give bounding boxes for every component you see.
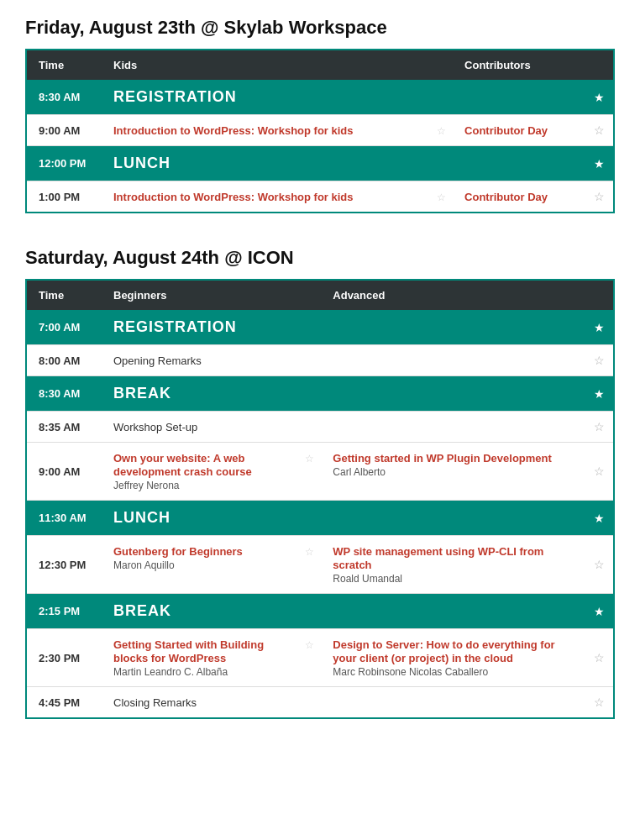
star-800[interactable]: ☆ bbox=[585, 345, 614, 376]
friday-col-contributors: Contributors bbox=[453, 50, 585, 80]
event-break1: BREAK bbox=[102, 376, 585, 412]
time-215pm: 2:15 PM bbox=[26, 594, 102, 629]
saturday-col-advanced: Advanced bbox=[321, 280, 585, 310]
star-100-friday[interactable]: ☆ bbox=[585, 181, 614, 213]
saturday-col-time: Time bbox=[26, 280, 102, 310]
star-900-friday[interactable]: ☆ bbox=[585, 115, 614, 146]
event-lunch-friday: LUNCH bbox=[102, 146, 585, 181]
star-835[interactable]: ☆ bbox=[585, 412, 614, 443]
advanced-event-445 bbox=[321, 687, 585, 719]
advanced-event-900: Getting started in WP Plugin Development… bbox=[321, 443, 585, 501]
saturday-row-900: 9:00 AM Own your website: A web developm… bbox=[26, 443, 614, 501]
sep-100-friday: ☆ bbox=[429, 181, 453, 213]
time-1200pm-friday: 12:00 PM bbox=[26, 146, 102, 181]
saturday-row-445: 4:45 PM Closing Remarks ☆ bbox=[26, 687, 614, 719]
saturday-col-star bbox=[585, 280, 614, 310]
time-445pm: 4:45 PM bbox=[26, 687, 102, 719]
sep-900-friday: ☆ bbox=[429, 115, 453, 146]
sep-1230: ☆ bbox=[297, 536, 321, 594]
beginners-event-900: Own your website: A web development cras… bbox=[102, 443, 297, 501]
friday-row-registration: 8:30 AM REGISTRATION ★ bbox=[26, 80, 614, 115]
saturday-row-break1: 8:30 AM BREAK ★ bbox=[26, 376, 614, 412]
beginners-event-1230: Gutenberg for Beginners Maron Aquillo bbox=[102, 536, 297, 594]
friday-row-lunch: 12:00 PM LUNCH ★ bbox=[26, 146, 614, 181]
saturday-row-800: 8:00 AM Opening Remarks ☆ bbox=[26, 345, 614, 376]
time-100pm-friday: 1:00 PM bbox=[26, 181, 102, 213]
friday-col-time: Time bbox=[26, 50, 102, 80]
saturday-row-835: 8:35 AM Workshop Set-up ☆ bbox=[26, 412, 614, 443]
saturday-col-sep bbox=[297, 280, 321, 310]
kids-event-100: Introduction to WordPress: Workshop for … bbox=[102, 181, 429, 213]
kids-event-900: Introduction to WordPress: Workshop for … bbox=[102, 115, 429, 146]
star-lunch-friday[interactable]: ★ bbox=[585, 146, 614, 181]
beginners-event-800: Opening Remarks bbox=[102, 345, 297, 376]
saturday-row-break2: 2:15 PM BREAK ★ bbox=[26, 594, 614, 629]
beginners-event-445: Closing Remarks bbox=[102, 687, 297, 719]
event-registration-saturday: REGISTRATION bbox=[102, 310, 585, 345]
time-230pm: 2:30 PM bbox=[26, 629, 102, 687]
saturday-title: Saturday, August 24th @ ICON bbox=[25, 247, 615, 269]
beginners-event-230: Getting Started with Building blocks for… bbox=[102, 629, 297, 687]
time-830am-friday: 8:30 AM bbox=[26, 80, 102, 115]
time-830am-sat: 8:30 AM bbox=[26, 376, 102, 412]
friday-title: Friday, August 23th @ Skylab Workspace bbox=[25, 17, 615, 39]
time-835am: 8:35 AM bbox=[26, 412, 102, 443]
saturday-col-beginners: Beginners bbox=[102, 280, 297, 310]
saturday-row-1230: 12:30 PM Gutenberg for Beginners Maron A… bbox=[26, 536, 614, 594]
time-800am: 8:00 AM bbox=[26, 345, 102, 376]
sep-445 bbox=[297, 687, 321, 719]
star-445[interactable]: ☆ bbox=[585, 687, 614, 719]
sep-230: ☆ bbox=[297, 629, 321, 687]
star-1230[interactable]: ☆ bbox=[585, 536, 614, 594]
friday-row-100: 1:00 PM Introduction to WordPress: Works… bbox=[26, 181, 614, 213]
event-lunch-saturday: LUNCH bbox=[102, 501, 585, 536]
contributors-event-100: Contributor Day bbox=[453, 181, 585, 213]
beginners-event-835: Workshop Set-up bbox=[102, 412, 297, 443]
friday-section: Friday, August 23th @ Skylab Workspace T… bbox=[25, 17, 615, 213]
star-registration-friday[interactable]: ★ bbox=[585, 80, 614, 115]
time-900am-friday: 9:00 AM bbox=[26, 115, 102, 146]
sep-800 bbox=[297, 345, 321, 376]
saturday-row-230: 2:30 PM Getting Started with Building bl… bbox=[26, 629, 614, 687]
time-700am: 7:00 AM bbox=[26, 310, 102, 345]
time-1130am: 11:30 AM bbox=[26, 501, 102, 536]
friday-col-kids: Kids bbox=[102, 50, 429, 80]
star-900-sat[interactable]: ☆ bbox=[585, 443, 614, 501]
star-break1[interactable]: ★ bbox=[585, 376, 614, 412]
star-registration-saturday[interactable]: ★ bbox=[585, 310, 614, 345]
star-230[interactable]: ☆ bbox=[585, 629, 614, 687]
saturday-row-lunch: 11:30 AM LUNCH ★ bbox=[26, 501, 614, 536]
sep-835 bbox=[297, 412, 321, 443]
time-900am-sat: 9:00 AM bbox=[26, 443, 102, 501]
advanced-event-230: Design to Server: How to do everything f… bbox=[321, 629, 585, 687]
friday-col-star bbox=[585, 50, 614, 80]
star-lunch-sat[interactable]: ★ bbox=[585, 501, 614, 536]
saturday-row-registration: 7:00 AM REGISTRATION ★ bbox=[26, 310, 614, 345]
friday-row-900: 9:00 AM Introduction to WordPress: Works… bbox=[26, 115, 614, 146]
advanced-event-1230: WP site management using WP-CLI from scr… bbox=[321, 536, 585, 594]
advanced-event-835 bbox=[321, 412, 585, 443]
sep-900-sat: ☆ bbox=[297, 443, 321, 501]
friday-col-sep bbox=[429, 50, 453, 80]
saturday-table: Time Beginners Advanced 7:00 AM REGISTRA… bbox=[25, 279, 615, 719]
friday-table: Time Kids Contributors 8:30 AM REGISTRAT… bbox=[25, 49, 615, 213]
contributors-event-900: Contributor Day bbox=[453, 115, 585, 146]
event-break2: BREAK bbox=[102, 594, 585, 629]
event-registration-friday: REGISTRATION bbox=[102, 80, 585, 115]
star-break2[interactable]: ★ bbox=[585, 594, 614, 629]
time-1230pm: 12:30 PM bbox=[26, 536, 102, 594]
advanced-event-800 bbox=[321, 345, 585, 376]
saturday-section: Saturday, August 24th @ ICON Time Beginn… bbox=[25, 247, 615, 719]
